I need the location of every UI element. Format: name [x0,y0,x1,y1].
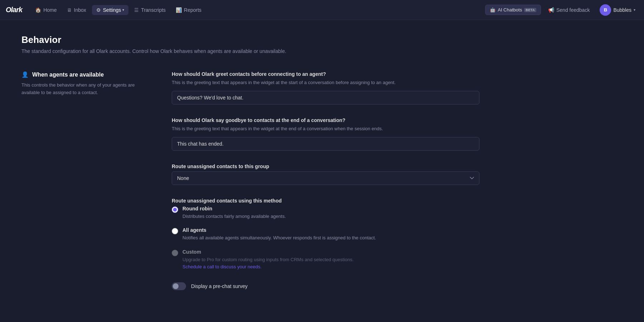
megaphone-icon: 📢 [548,7,554,13]
section-title-text: When agents are available [32,72,104,78]
settings-icon: ⚙ [96,7,101,13]
radio-custom-wrapper [172,250,178,269]
home-icon: 🏠 [35,7,41,13]
section-available: 👤 When agents are available This control… [21,71,479,290]
nav-item-transcripts-label: Transcripts [141,7,166,13]
route-group-select[interactable]: None Support Sales Billing [172,171,479,185]
person-icon: 👤 [21,71,29,78]
pre-chat-survey-toggle[interactable] [172,282,186,290]
user-name-label: Bubbles [613,7,631,13]
radio-round-robin-desc: Distributes contacts fairly among availa… [182,213,286,220]
main-content: Behavior The standard configuration for … [0,20,501,304]
section-title: 👤 When agents are available [21,71,143,78]
page-subtitle: The standard configuration for all Olark… [21,48,479,54]
route-group-label: Route unassigned contacts to this group [172,164,479,169]
radio-custom-input[interactable] [172,250,178,256]
radio-all-agents-content: All agents Notifies all available agents… [182,227,376,242]
settings-chevron-icon: ▾ [122,8,124,12]
route-method-field: Route unassigned contacts using this met… [172,198,479,269]
greet-label: How should Olark greet contacts before c… [172,71,479,77]
schedule-call-link[interactable]: Schedule a call to discuss your needs. [182,264,262,269]
radio-custom-content: Custom Upgrade to Pro for custom routing… [182,249,353,269]
radio-round-robin-wrapper [172,206,178,220]
nav-item-home[interactable]: 🏠 Home [31,5,61,15]
radio-custom: Custom Upgrade to Pro for custom routing… [172,249,479,269]
brand-logo: Olark [6,6,22,14]
radio-all-agents-label: All agents [182,227,376,233]
user-chevron-icon: ▾ [634,8,635,12]
beta-badge: BETA [524,8,536,12]
section-description: This controls the behavior when any of y… [21,82,143,97]
ai-chatbots-icon: 🤖 [490,7,496,13]
pre-chat-survey-label: Display a pre-chat survey [191,283,248,289]
greet-field-group: How should Olark greet contacts before c… [172,71,479,104]
section-left: 👤 When agents are available This control… [21,71,143,290]
nav-item-inbox-label: Inbox [74,7,86,13]
transcripts-icon: ☰ [134,7,139,13]
goodbye-input[interactable] [172,137,479,151]
nav-item-reports-label: Reports [184,7,201,13]
reports-icon: 📊 [176,7,182,13]
navbar-right: 🤖 AI Chatbots BETA 📢 Send feedback B Bub… [485,3,638,17]
radio-round-robin-content: Round robin Distributes contacts fairly … [182,206,286,220]
ai-chatbots-button[interactable]: 🤖 AI Chatbots BETA [485,5,541,15]
settings-label-wrapper: Settings ▾ [103,7,125,13]
user-menu[interactable]: B Bubbles ▾ [597,3,638,17]
radio-all-agents-desc: Notifies all available agents simultaneo… [182,234,376,242]
nav-item-reports[interactable]: 📊 Reports [171,5,206,15]
section-right: How should Olark greet contacts before c… [172,71,479,290]
nav-items: 🏠 Home 🖥 Inbox ⚙ Settings ▾ ☰ Transcript… [31,5,485,15]
radio-all-agents-wrapper [172,228,178,242]
page-title: Behavior [21,34,479,45]
send-feedback-button[interactable]: 📢 Send feedback [545,5,592,15]
nav-item-settings[interactable]: ⚙ Settings ▾ [92,5,129,15]
radio-custom-desc: Upgrade to Pro for custom routing using … [182,256,353,264]
navbar: Olark 🏠 Home 🖥 Inbox ⚙ Settings ▾ ☰ Tran… [0,0,644,20]
inbox-icon: 🖥 [67,7,72,13]
route-method-label: Route unassigned contacts using this met… [172,198,479,204]
goodbye-field-group: How should Olark say goodbye to contacts… [172,117,479,151]
radio-all-agents: All agents Notifies all available agents… [172,227,479,242]
goodbye-desc: This is the greeting text that appears i… [172,125,479,133]
greet-input[interactable] [172,91,479,104]
radio-round-robin: Round robin Distributes contacts fairly … [172,206,479,220]
route-method-radio-group: Round robin Distributes contacts fairly … [172,206,479,269]
radio-round-robin-input[interactable] [172,206,178,213]
radio-all-agents-input[interactable] [172,228,178,234]
radio-round-robin-label: Round robin [182,206,286,211]
nav-item-home-label: Home [43,7,57,13]
goodbye-label: How should Olark say goodbye to contacts… [172,117,479,123]
avatar: B [600,4,611,16]
send-feedback-label: Send feedback [556,7,590,13]
ai-chatbots-label: AI Chatbots [498,7,522,13]
greet-desc: This is the greeting text that appears i… [172,79,479,87]
nav-item-transcripts[interactable]: ☰ Transcripts [130,5,170,15]
nav-item-settings-label: Settings [103,7,121,13]
pre-chat-survey-row: Display a pre-chat survey [172,282,479,290]
nav-item-inbox[interactable]: 🖥 Inbox [63,5,91,15]
route-group-field: Route unassigned contacts to this group … [172,164,479,185]
radio-custom-label: Custom [182,249,353,255]
